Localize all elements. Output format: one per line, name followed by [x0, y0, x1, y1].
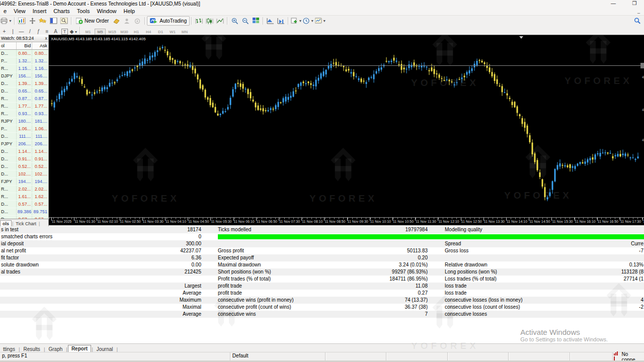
- deposit-button[interactable]: [112, 17, 121, 25]
- zoom-window-button[interactable]: [59, 17, 69, 25]
- chart-shift-marker[interactable]: [519, 36, 523, 39]
- new-order-button[interactable]: New Order: [73, 17, 111, 25]
- chart-new-button[interactable]: [17, 17, 27, 25]
- price-chart[interactable]: XAUUSD,M5 4143.185 4143.185 4141.115 414…: [49, 35, 644, 218]
- timeframe-mn[interactable]: MN: [179, 29, 190, 35]
- ask-cell: 1.62...: [32, 193, 48, 200]
- symbol-cell: R...: [0, 110, 17, 117]
- sound-button[interactable]: [133, 17, 142, 25]
- market-watch-row[interactable]: RJPY180....181....: [0, 118, 48, 125]
- templates-button[interactable]: ▼: [315, 17, 326, 25]
- menu-item-tools[interactable]: Tools: [73, 8, 94, 15]
- window-layout-button[interactable]: [49, 17, 58, 25]
- profile-button[interactable]: [122, 17, 132, 25]
- time-label: 11 Nov 03:30: [143, 220, 164, 223]
- timeframe-w1[interactable]: W1: [167, 29, 178, 35]
- bid-column-header[interactable]: Bid: [17, 42, 33, 49]
- cursor-crosshair-tool[interactable]: +: [0, 29, 9, 34]
- horizontal-line-tool[interactable]: —: [17, 29, 26, 34]
- ask-cell: 1.16...: [32, 65, 48, 72]
- market-watch-row[interactable]: D...102....102....: [0, 170, 48, 178]
- child-minimize-icon[interactable]: _: [637, 8, 640, 15]
- report-row: al net profit42237.07Gross profit50113.8…: [0, 247, 644, 254]
- report-cell: 0.00: [192, 261, 201, 268]
- market-watch-row[interactable]: D...0.80...0.80...: [0, 50, 48, 57]
- market-watch-row[interactable]: R...0.87...0.87...: [0, 95, 48, 103]
- market-watch-row[interactable]: R...2.02...2.02...: [0, 186, 48, 193]
- zoom-in-button[interactable]: [230, 17, 239, 25]
- vertical-line-tool[interactable]: |: [9, 29, 17, 34]
- market-watch-row[interactable]: FJPY194....194....: [0, 178, 48, 186]
- timeframe-m15[interactable]: M15: [107, 29, 118, 35]
- market-watch-row[interactable]: R...1.61...1.62...: [0, 193, 48, 201]
- channels-tool[interactable]: ≡: [43, 29, 51, 34]
- step-forward-button[interactable]: [266, 17, 275, 25]
- toolbar-separator: [288, 17, 289, 25]
- timeframe-h1[interactable]: H1: [131, 29, 142, 35]
- step-to-end-button[interactable]: [276, 17, 286, 25]
- line-chart-button[interactable]: [215, 17, 225, 25]
- menu-item-view[interactable]: View: [10, 8, 29, 15]
- timeframe-h4[interactable]: H4: [143, 29, 154, 35]
- market-watch-row[interactable]: D...1.39...1.39...: [0, 80, 48, 87]
- market-watch-tab-tick-chart[interactable]: Tick Chart: [14, 221, 38, 227]
- favorites-button[interactable]: [38, 17, 48, 25]
- periods-button[interactable]: ▼: [303, 17, 314, 25]
- market-watch-row[interactable]: DJPY156....156....: [0, 72, 48, 80]
- menu-item-e[interactable]: e: [0, 8, 10, 15]
- shapes-tool[interactable]: ◆▼: [69, 29, 78, 34]
- report-row: s in test18174Ticks modelled19797984Mode…: [0, 226, 644, 233]
- maximize-button[interactable]: ❐: [629, 1, 640, 7]
- trendline-tool[interactable]: /: [26, 29, 34, 34]
- text-tool[interactable]: A: [51, 29, 60, 34]
- market-watch-row[interactable]: D...111....111....: [0, 133, 48, 140]
- symbol-cell: D...: [0, 133, 17, 140]
- symbol-cell: D...: [0, 155, 17, 162]
- report-cell: 42237.07: [180, 247, 201, 254]
- report-cell: 7: [425, 311, 428, 318]
- text-label-tool[interactable]: T: [61, 29, 68, 35]
- time-label: 11 Nov 05:30: [211, 220, 231, 223]
- report-cell: Gross profit: [218, 247, 244, 254]
- timeframe-m30[interactable]: M30: [119, 29, 130, 35]
- indicators-button[interactable]: ▼: [291, 17, 302, 25]
- market-watch-row[interactable]: R...0.93...0.93...: [0, 110, 48, 118]
- market-watch-row[interactable]: D...0.52...0.52...: [0, 163, 48, 170]
- print-layout-button[interactable]: ▼: [1, 17, 12, 25]
- close-icon[interactable]: x: [45, 35, 48, 42]
- crosshair-move-button[interactable]: [28, 17, 37, 25]
- connection-status[interactable]: No conne: [613, 352, 644, 361]
- menu-item-window[interactable]: Window: [93, 8, 120, 15]
- tile-windows-button[interactable]: [251, 17, 261, 25]
- ask-column-header[interactable]: Ask: [32, 42, 48, 49]
- market-watch-row[interactable]: D...0.57...0.57...: [0, 201, 48, 208]
- market-watch-row[interactable]: R...1.77...1.77...: [0, 103, 48, 110]
- fibonacci-tool[interactable]: ƒ: [34, 29, 43, 34]
- market-watch-row[interactable]: D...0.57...0.57...: [0, 216, 48, 219]
- market-watch-row[interactable]: D...0.65...0.65...: [0, 87, 48, 95]
- minimize-button[interactable]: —: [608, 1, 619, 7]
- menu-item-help[interactable]: Help: [120, 8, 139, 15]
- market-watch-row[interactable]: P...1.06...1.06...: [0, 125, 48, 133]
- time-axis[interactable]: 11 Nov 202511 Nov 01:3011 Nov 02:1011 No…: [49, 217, 644, 225]
- status-profile[interactable]: Default: [230, 352, 326, 361]
- timeframe-d1[interactable]: D1: [155, 29, 166, 35]
- bar-chart-button[interactable]: [194, 17, 204, 25]
- zoom-out-button[interactable]: [240, 17, 250, 25]
- search-button[interactable]: [632, 17, 642, 25]
- autotrading-button[interactable]: AutoTrading: [147, 16, 190, 26]
- candlestick-chart-button[interactable]: [205, 17, 214, 25]
- symbol-column-header[interactable]: ol: [0, 42, 17, 49]
- tester-tab-report[interactable]: Report: [68, 345, 91, 352]
- market-watch-row[interactable]: R...1.15...1.16...: [0, 65, 48, 72]
- timeframe-m1[interactable]: M1: [83, 29, 94, 35]
- market-watch-row[interactable]: D...0.91...0.91...: [0, 155, 48, 163]
- menu-item-charts[interactable]: Charts: [50, 8, 73, 15]
- market-watch-row[interactable]: D...89.38689.751: [0, 208, 48, 216]
- timeframe-m5[interactable]: M5: [95, 29, 106, 35]
- market-watch-row[interactable]: PJPY206....206....: [0, 140, 48, 148]
- market-watch-row[interactable]: P...1.32...1.32...: [0, 57, 48, 65]
- time-label: 11 Nov 17:30: [620, 220, 641, 223]
- market-watch-row[interactable]: D...1.14...1.14...: [0, 148, 48, 155]
- menu-item-insert[interactable]: Insert: [29, 8, 50, 15]
